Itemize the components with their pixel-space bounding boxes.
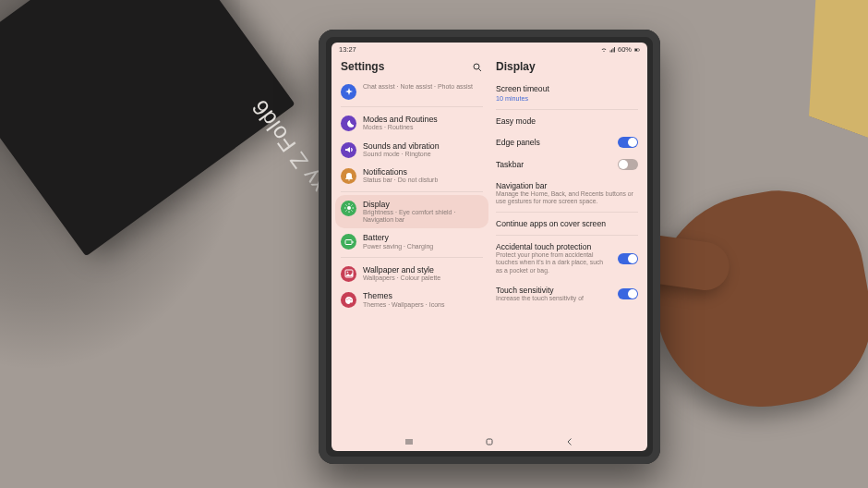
battery-icon: [341, 234, 356, 250]
settings-item-subtitle: Modes · Routines: [363, 124, 438, 131]
settings-item-title: Battery: [363, 233, 433, 242]
settings-item-battery[interactable]: BatteryPower saving · Charging: [341, 228, 483, 255]
settings-item-title: Themes: [363, 291, 444, 300]
split-panes: Settings Chat assist · Note assist · Pho…: [332, 55, 647, 434]
svg-point-5: [347, 206, 351, 210]
nav-home-button[interactable]: [484, 436, 495, 447]
svg-rect-14: [345, 239, 352, 244]
display-row-touch-sensitivity[interactable]: Touch sensitivityIncrease the touch sens…: [496, 280, 638, 308]
divider: [341, 106, 483, 107]
row-label: Continue apps on cover screen: [496, 219, 606, 228]
settings-item-modes-and-routines[interactable]: Modes and RoutinesModes · Routines: [341, 110, 483, 137]
row-subtitle: Increase the touch sensitivity of: [496, 295, 584, 302]
device-screen: 13:27 60% Settings Chat assist · Not: [332, 43, 647, 451]
svg-line-10: [345, 205, 346, 206]
palette-icon: [341, 292, 356, 308]
svg-point-3: [474, 64, 479, 69]
settings-item-themes[interactable]: ThemesThemes · Wallpapers · Icons: [341, 287, 483, 313]
display-row-screen-timeout[interactable]: Screen timeout10 minutes: [496, 79, 638, 108]
display-detail-pane: Display Screen timeout10 minutesEasy mod…: [490, 55, 647, 434]
toggle-accidental-touch-protection[interactable]: [618, 253, 638, 264]
sound-icon: [341, 142, 356, 158]
row-label: Taskbar: [496, 160, 524, 169]
settings-item-subtitle: Sound mode · Ringtone: [363, 151, 440, 158]
display-title: Display: [496, 56, 638, 79]
settings-item-subtitle: Brightness · Eye comfort shield · Naviga…: [363, 209, 483, 225]
row-label: Navigation bar: [496, 181, 638, 190]
settings-item-notifications[interactable]: NotificationsStatus bar · Do not disturb: [341, 163, 483, 189]
display-row-easy-mode[interactable]: Easy mode: [496, 111, 638, 131]
divider: [341, 191, 483, 192]
battery-icon: [634, 47, 640, 53]
sun-icon: [341, 201, 356, 216]
nav-recents-button[interactable]: [404, 436, 415, 447]
signal-icon: [609, 47, 615, 53]
display-row-navigation-bar[interactable]: Navigation barManage the Home, Back, and…: [496, 176, 638, 211]
divider: [341, 257, 483, 258]
svg-rect-2: [639, 49, 640, 51]
moon-icon: [341, 116, 356, 131]
svg-point-18: [346, 299, 347, 299]
settings-list-pane: Settings Chat assist · Note assist · Pho…: [332, 55, 490, 434]
settings-item-wallpaper-and-style[interactable]: Wallpaper and styleWallpapers · Colour p…: [341, 261, 483, 287]
divider: [496, 212, 638, 213]
divider: [496, 235, 638, 236]
battery-percent: 60%: [618, 45, 632, 54]
svg-rect-15: [352, 241, 353, 243]
search-icon[interactable]: [472, 62, 483, 73]
settings-item-title: Wallpaper and style: [363, 265, 440, 274]
row-subtitle: Protect your phone from accidental touch…: [496, 251, 610, 274]
toggle-taskbar[interactable]: [618, 159, 638, 170]
settings-item-subtitle: Themes · Wallpapers · Icons: [363, 301, 444, 309]
display-row-edge-panels[interactable]: Edge panels: [496, 131, 638, 153]
navigation-bar: [332, 434, 647, 451]
row-label: Touch sensitivity: [496, 286, 584, 295]
settings-item-display[interactable]: DisplayBrightness · Eye comfort shield ·…: [335, 195, 488, 229]
settings-item-subtitle: Power saving · Charging: [363, 243, 433, 250]
wifi-icon: [601, 47, 607, 53]
toggle-edge-panels[interactable]: [618, 137, 638, 148]
device-frame: 13:27 60% Settings Chat assist · Not: [319, 30, 660, 464]
bell-icon: [341, 168, 356, 184]
settings-item-title: Notifications: [363, 167, 438, 177]
toggle-touch-sensitivity[interactable]: [618, 288, 638, 299]
row-subtitle: Manage the Home, Back, and Recents butto…: [496, 190, 638, 205]
settings-title: Settings: [341, 56, 384, 79]
settings-item-subtitle: Chat assist · Note assist · Photo assist: [363, 83, 473, 91]
wooden-prop: [748, 0, 868, 139]
svg-point-20: [350, 299, 351, 300]
nav-back-button[interactable]: [564, 436, 575, 447]
settings-item-subtitle: Status bar · Do not disturb: [363, 177, 438, 184]
image-icon: [341, 266, 356, 282]
settings-item-advanced[interactable]: Chat assist · Note assist · Photo assist: [341, 79, 483, 104]
svg-line-4: [479, 69, 482, 72]
settings-item-subtitle: Wallpapers · Colour palette: [363, 274, 440, 282]
display-row-accidental-touch-protection[interactable]: Accidental touch protectionProtect your …: [496, 237, 638, 279]
svg-line-12: [345, 211, 346, 212]
settings-item-sounds-and-vibration[interactable]: Sounds and vibrationSound mode · Rington…: [341, 137, 483, 164]
row-label: Easy mode: [496, 116, 536, 126]
row-label: Accidental touch protection: [496, 242, 610, 251]
row-label: Screen timeout: [496, 84, 549, 93]
settings-item-title: Sounds and vibration: [363, 141, 440, 151]
status-time: 13:27: [339, 45, 356, 54]
row-value: 10 minutes: [496, 94, 549, 103]
svg-rect-24: [487, 439, 492, 445]
svg-line-11: [351, 211, 352, 212]
status-bar: 13:27 60%: [332, 43, 647, 55]
display-row-taskbar[interactable]: Taskbar: [496, 153, 638, 176]
svg-line-13: [351, 205, 352, 206]
settings-item-title: Modes and Routines: [363, 115, 438, 124]
svg-point-17: [346, 272, 348, 274]
settings-item-title: Display: [363, 200, 483, 209]
row-label: Edge panels: [496, 138, 540, 147]
divider: [496, 109, 638, 110]
sparkle-icon: [341, 84, 356, 100]
svg-rect-1: [635, 49, 638, 51]
svg-point-19: [348, 298, 349, 299]
hand: [639, 177, 868, 423]
display-row-continue-apps-on-cover-screen[interactable]: Continue apps on cover screen: [496, 214, 638, 234]
